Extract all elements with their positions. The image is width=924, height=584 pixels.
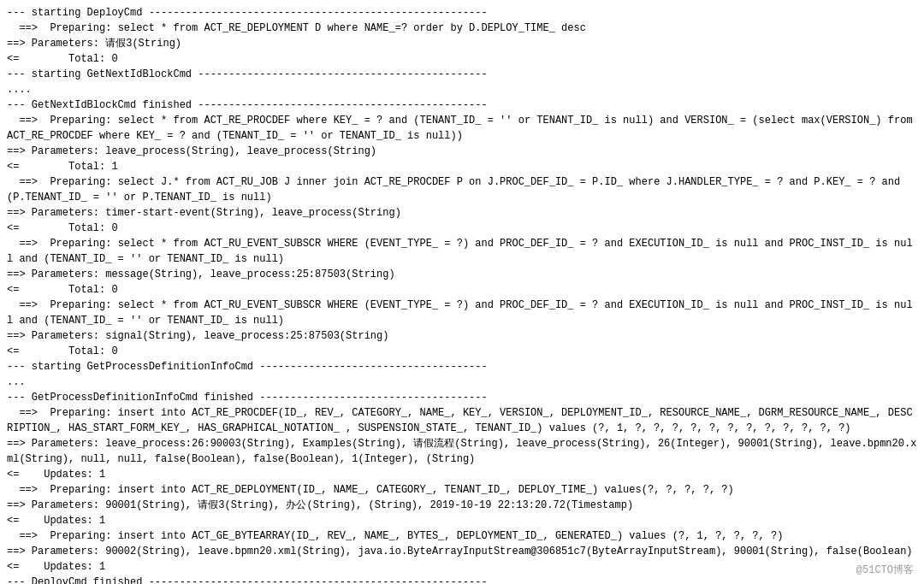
watermark: @51CTO博客 [856, 563, 914, 577]
log-line: ==> Preparing: insert into ACT_RE_PROCDE… [7, 405, 917, 436]
log-line: ==> Preparing: select * from ACT_RU_EVEN… [7, 298, 917, 328]
log-line: --- GetProcessDefinitionInfoCmd finished… [7, 390, 917, 405]
log-line: <= Updates: 1 [7, 559, 917, 575]
log-line: <= Total: 0 [7, 221, 917, 236]
log-line: <= Total: 0 [7, 282, 917, 298]
log-line: <= Total: 0 [7, 344, 917, 359]
log-line: ==> Parameters: signal(String), leave_pr… [7, 328, 917, 344]
log-line: .... [7, 82, 917, 97]
log-line: ==> Preparing: select * from ACT_RU_EVEN… [7, 236, 917, 267]
log-line: ==> Parameters: leave_process:26:90003(S… [7, 436, 917, 467]
log-line: <= Total: 0 [7, 51, 917, 67]
log-line: ==> Preparing: select J.* from ACT_RU_JO… [7, 174, 917, 205]
log-line: ... [7, 375, 917, 390]
log-line: --- starting GetProcessDefinitionInfoCmd… [7, 359, 917, 375]
log-line: ==> Parameters: 90002(String), leave.bpm… [7, 544, 917, 559]
log-line: ==> Preparing: insert into ACT_RE_DEPLOY… [7, 482, 917, 498]
log-line: ==> Preparing: select * from ACT_RE_DEPL… [7, 21, 917, 36]
log-line: --- GetNextIdBlockCmd finished ---------… [7, 97, 917, 113]
log-line: ==> Preparing: insert into ACT_GE_BYTEAR… [7, 528, 917, 544]
log-line: <= Updates: 1 [7, 467, 917, 482]
log-line: --- DeployCmd finished -----------------… [7, 575, 917, 584]
log-line: ==> Parameters: message(String), leave_p… [7, 267, 917, 282]
log-line: ==> Parameters: 请假3(String) [7, 36, 917, 51]
log-line: ==> Preparing: select * from ACT_RE_PROC… [7, 113, 917, 144]
log-line: ==> Parameters: leave_process(String), l… [7, 144, 917, 159]
log-line: ==> Parameters: 90001(String), 请假3(Strin… [7, 498, 917, 513]
log-line: <= Total: 1 [7, 159, 917, 174]
log-line: --- starting GetNextIdBlockCmd ---------… [7, 67, 917, 82]
log-line: --- starting DeployCmd -----------------… [7, 5, 917, 21]
log-line: ==> Parameters: timer-start-event(String… [7, 205, 917, 221]
log-line: <= Updates: 1 [7, 513, 917, 528]
log-container: --- starting DeployCmd -----------------… [0, 0, 924, 584]
